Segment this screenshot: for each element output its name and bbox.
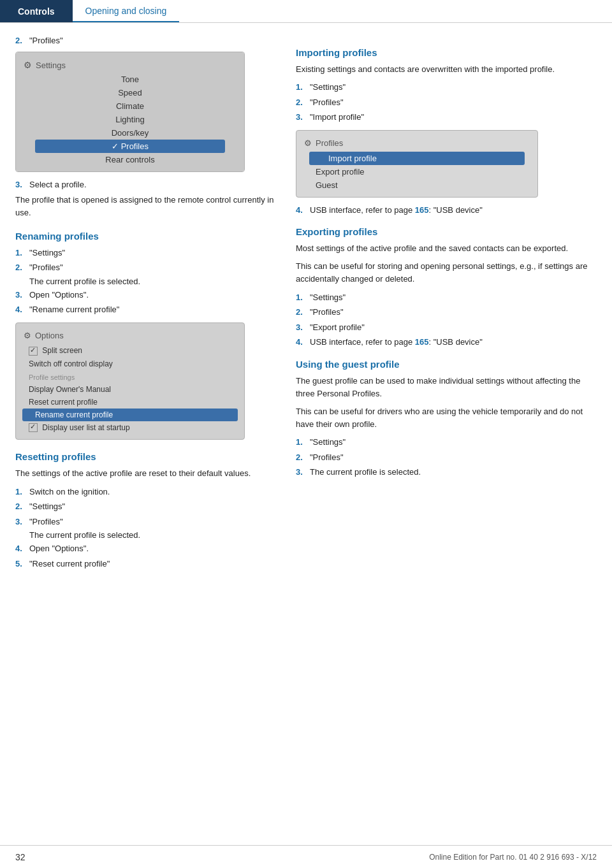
importing-step4: 4. USB interface, refer to page 165: "US… xyxy=(296,204,597,217)
exporting-step3-text: "Export profile" xyxy=(310,321,365,334)
page-footer: 32 Online Edition for Part no. 01 40 2 9… xyxy=(0,845,612,868)
profiles-export: Export profile xyxy=(296,165,537,178)
profiles-item-list: Import profile Export profile Guest xyxy=(296,152,537,192)
importing-step3: 3. "Import profile" xyxy=(296,111,597,124)
menu-item-tone: Tone xyxy=(16,73,244,86)
importing-step4-text: USB interface, refer to page 165: "USB d… xyxy=(310,204,483,217)
importing-step2-num: 2. xyxy=(296,96,310,109)
importing-step1-text: "Settings" xyxy=(310,81,346,94)
profiles-menu-image: ⚙ Profiles Import profile Export profile… xyxy=(296,130,538,198)
resetting-step5: 5. "Reset current profile" xyxy=(15,558,283,570)
options-item-list: Split screen Switch off control display … xyxy=(16,344,244,435)
resetting-step4-text: Open "Options". xyxy=(29,542,89,555)
exporting-para2: This can be useful for storing and openi… xyxy=(296,260,597,286)
main-content: 2. "Profiles" ⚙ Settings Tone Speed Clim… xyxy=(0,23,612,585)
renaming-step3-num: 3. xyxy=(15,289,29,301)
settings-menu-image: ⚙ Settings Tone Speed Climate Lighting D… xyxy=(15,52,245,172)
resetting-step2-num: 2. xyxy=(15,500,29,513)
renaming-step3-text: Open "Options". xyxy=(29,289,89,301)
header-controls-tab: Controls xyxy=(0,0,73,22)
step3-text: Select a profile. xyxy=(29,178,87,191)
importing-step4-num: 4. xyxy=(296,204,310,217)
options-split-screen: Split screen xyxy=(16,344,244,358)
split-screen-check-icon xyxy=(29,347,38,356)
importing-step1: 1. "Settings" xyxy=(296,81,597,94)
options-menu-image: ⚙ Options Split screen Switch off contro… xyxy=(15,322,245,440)
profiles-gear-icon: ⚙ xyxy=(304,138,312,148)
profiles-guest: Guest xyxy=(296,178,537,192)
renaming-step4-text: "Rename current profile" xyxy=(29,303,119,316)
renaming-heading: Renaming profiles xyxy=(15,231,283,242)
menu-item-doors: Doors/key xyxy=(16,126,244,140)
exporting-step2: 2. "Profiles" xyxy=(296,306,597,319)
guest-step1: 1. "Settings" xyxy=(296,436,597,449)
right-column: Importing profiles Existing settings and… xyxy=(296,36,597,572)
options-menu-title-bar: ⚙ Options xyxy=(16,328,244,344)
renaming-step1: 1. "Settings" xyxy=(15,247,283,259)
profiles-menu-title: Profiles xyxy=(316,138,343,148)
importing-step4-link: 165 xyxy=(415,205,429,215)
left-column: 2. "Profiles" ⚙ Settings Tone Speed Clim… xyxy=(15,36,283,572)
renaming-step1-num: 1. xyxy=(15,247,29,259)
resetting-step1-text: Switch on the ignition. xyxy=(29,486,110,498)
options-rename-profile-highlighted: Rename current profile xyxy=(22,409,238,421)
step2-num: 2. xyxy=(15,36,29,45)
options-menu-inner: ⚙ Options Split screen Switch off contro… xyxy=(16,323,244,440)
settings-menu-list: Tone Speed Climate Lighting Doors/key ✓ … xyxy=(16,73,244,166)
importing-step2-text: "Profiles" xyxy=(310,96,344,109)
step3-num: 3. xyxy=(15,178,29,191)
renaming-step4-num: 4. xyxy=(15,303,29,316)
exporting-step1-num: 1. xyxy=(296,291,310,304)
renaming-sub2: The current profile is selected. xyxy=(29,277,283,286)
guest-step3: 3. The current profile is selected. xyxy=(296,466,597,479)
options-menu-title: Options xyxy=(35,331,64,340)
menu-item-climate: Climate xyxy=(16,99,244,113)
importing-step4-prefix: USB interface, refer to page xyxy=(310,205,415,215)
resetting-step3-num: 3. xyxy=(15,516,29,528)
exporting-step3: 3. "Export profile" xyxy=(296,321,597,334)
guest-step2-num: 2. xyxy=(296,451,310,464)
resetting-step5-text: "Reset current profile" xyxy=(29,558,110,570)
exporting-step4-num: 4. xyxy=(296,336,310,349)
resetting-step2: 2. "Settings" xyxy=(15,500,283,513)
importing-para: Existing settings and contacts are overw… xyxy=(296,63,597,76)
page-header: Controls Opening and closing xyxy=(0,0,612,23)
controls-label: Controls xyxy=(18,6,55,17)
renaming-step2-num: 2. xyxy=(15,261,29,274)
importing-step3-text: "Import profile" xyxy=(310,111,364,124)
edition-text: Online Edition for Part no. 01 40 2 916 … xyxy=(429,853,597,862)
resetting-step5-num: 5. xyxy=(15,558,29,570)
guest-step2-text: "Profiles" xyxy=(310,451,344,464)
profiles-import-highlighted: Import profile xyxy=(309,152,525,165)
resetting-heading: Resetting profiles xyxy=(15,451,283,462)
gear-icon: ⚙ xyxy=(24,60,32,70)
resetting-step2-text: "Settings" xyxy=(29,500,65,513)
options-gear-icon: ⚙ xyxy=(24,331,31,340)
step2-text: "Profiles" xyxy=(29,36,63,45)
resetting-step3: 3. "Profiles" xyxy=(15,516,283,528)
exporting-step3-num: 3. xyxy=(296,321,310,334)
opening-label: Opening and closing xyxy=(85,6,167,16)
step3-item: 3. Select a profile. xyxy=(15,178,283,191)
exporting-step2-num: 2. xyxy=(296,306,310,319)
exporting-heading: Exporting profiles xyxy=(296,226,597,237)
resetting-step3-text: "Profiles" xyxy=(29,516,63,528)
page-number: 32 xyxy=(15,852,26,862)
guest-para1: The guest profile can be used to make in… xyxy=(296,375,597,400)
exporting-para1: Most settings of the active profile and … xyxy=(296,242,597,255)
profiles-menu-title-bar: ⚙ Profiles xyxy=(296,136,537,152)
resetting-step1-num: 1. xyxy=(15,486,29,498)
menu-item-profiles-highlighted: ✓ Profiles xyxy=(35,140,225,153)
step3-para: The profile that is opened is assigned t… xyxy=(15,194,283,219)
renaming-step2: 2. "Profiles" xyxy=(15,261,283,274)
importing-step3-num: 3. xyxy=(296,111,310,124)
resetting-sub3: The current profile is selected. xyxy=(29,530,283,540)
renaming-step1-text: "Settings" xyxy=(29,247,65,259)
guest-step1-text: "Settings" xyxy=(310,436,346,449)
header-opening-tab: Opening and closing xyxy=(73,0,180,22)
importing-heading: Importing profiles xyxy=(296,47,597,58)
menu-item-speed: Speed xyxy=(16,86,244,99)
options-display-owners: Display Owner's Manual xyxy=(16,383,244,396)
settings-menu-inner: ⚙ Settings Tone Speed Climate Lighting D… xyxy=(16,52,244,171)
resetting-step4-num: 4. xyxy=(15,542,29,555)
